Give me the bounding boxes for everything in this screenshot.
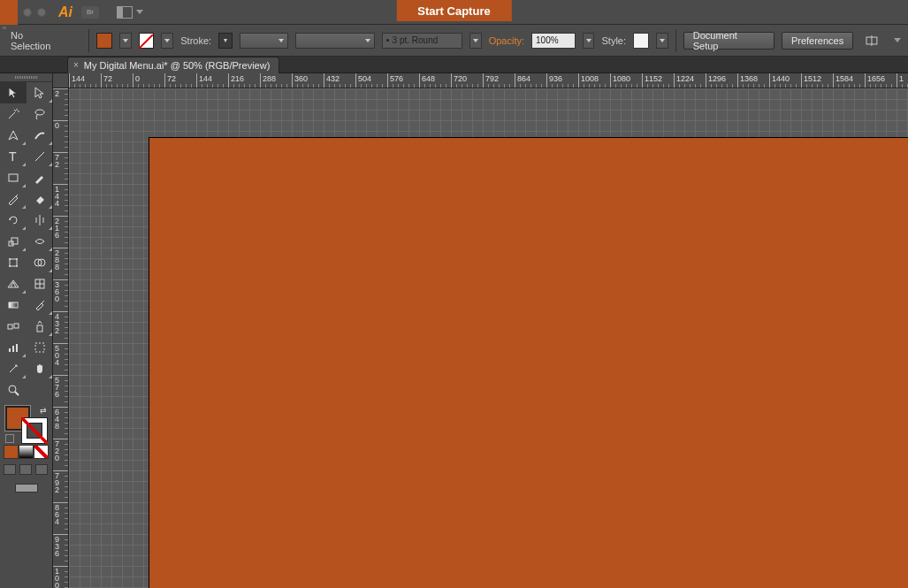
style-dropdown-icon[interactable] [656,33,668,49]
fill-stroke-indicator[interactable]: ⇄ [4,406,49,443]
svg-point-11 [9,265,11,267]
color-mode-none[interactable] [34,445,49,459]
blob-brush-tool[interactable] [27,125,53,146]
color-mode-gradient[interactable] [19,445,34,459]
pencil-tool[interactable] [0,188,27,210]
eraser-tool[interactable] [27,188,53,210]
graphic-style-swatch[interactable] [633,33,649,49]
align-icon[interactable] [866,34,883,47]
brush-label: 3 pt. Round [393,35,439,45]
svg-point-9 [9,258,11,260]
direct-selection-tool[interactable] [27,82,53,103]
eyedropper-tool[interactable] [27,294,53,316]
collapse-toggle-icon[interactable]: ‹‹ [0,25,9,32]
svg-point-10 [16,258,18,260]
tools-panel: T ⇄ [0,73,53,588]
fill-swatch[interactable] [96,33,112,49]
svg-rect-25 [35,343,44,352]
magic-wand-tool[interactable] [0,103,27,125]
rectangle-tool[interactable] [0,167,27,188]
swap-fill-stroke-icon[interactable]: ⇄ [40,406,47,415]
slice-tool[interactable] [0,358,27,379]
perspective-grid-tool[interactable] [0,273,27,294]
workspace-layout-icon[interactable] [117,6,133,19]
opacity-label[interactable]: Opacity: [489,35,524,46]
width-tool[interactable] [27,231,53,252]
window-dot[interactable] [23,8,32,17]
column-graph-tool[interactable] [0,337,27,358]
opacity-input[interactable]: 100% [531,33,576,49]
pen-tool[interactable] [0,125,27,146]
gradient-tool[interactable] [0,294,27,316]
svg-text:T: T [9,149,17,164]
bridge-icon[interactable]: Br [81,6,99,19]
lasso-tool[interactable] [27,103,53,125]
document-tab-title: My Digital Menu.ai* @ 50% (RGB/Preview) [84,60,270,71]
opacity-dropdown-icon[interactable] [583,33,595,49]
brush-definition-dropdown[interactable]: 3 pt. Round [382,33,462,49]
symbol-sprayer-tool[interactable] [27,316,53,337]
stroke-dropdown-icon[interactable] [161,33,173,49]
free-transform-tool[interactable] [0,252,27,273]
color-mode-solid[interactable] [4,445,19,459]
draw-normal-icon[interactable] [4,464,16,475]
align-dropdown-icon[interactable] [894,38,901,42]
artboard[interactable] [149,137,908,588]
zoom-tool[interactable] [0,379,27,401]
type-tool[interactable]: T [0,146,27,167]
svg-rect-19 [8,325,12,329]
ruler-origin-corner[interactable] [53,73,69,88]
draw-behind-icon[interactable] [19,464,32,475]
shape-builder-tool[interactable] [27,252,53,273]
paintbrush-tool[interactable] [27,167,53,188]
svg-rect-18 [9,302,18,308]
mesh-tool[interactable] [27,273,53,294]
scale-tool[interactable] [0,231,27,252]
variable-width-dropdown[interactable] [295,33,374,49]
divider [675,29,676,52]
control-bar: No Selection Stroke: ▾ 3 pt. Round Opaci… [0,25,908,57]
stroke-color-box[interactable] [22,418,47,443]
vertical-ruler[interactable]: 2072144216288360432504576648720792864936… [53,88,69,588]
color-mode-row [4,445,49,459]
start-capture-button[interactable]: Start Capture [396,0,511,21]
brush-dropdown-icon[interactable] [469,33,482,49]
hand-tool[interactable] [27,358,53,379]
document-setup-button[interactable]: Document Setup [683,32,774,50]
reflect-tool[interactable] [27,210,53,231]
draw-mode-row [4,464,49,475]
stroke-swatch[interactable] [139,33,155,49]
stroke-label: Stroke: [180,35,211,46]
rotate-tool[interactable] [0,210,27,231]
workspace-dropdown-icon[interactable] [136,10,143,14]
preferences-button[interactable]: Preferences [782,32,853,50]
svg-rect-23 [12,346,14,352]
blend-tool[interactable] [0,316,27,337]
screen-mode-icon[interactable] [15,484,38,493]
window-dot[interactable] [37,8,46,17]
svg-point-12 [16,265,18,267]
horizontal-ruler[interactable]: 1447207214421628836043250457664872079286… [69,73,908,88]
tool-grid: T [0,82,52,401]
window-controls[interactable] [23,8,46,17]
svg-rect-8 [10,259,17,266]
divider [88,29,89,52]
svg-rect-24 [16,344,18,352]
panel-grip[interactable] [0,73,52,82]
fill-dropdown-icon[interactable] [119,33,132,49]
draw-inside-icon[interactable] [35,464,48,475]
stroke-weight-dropdown[interactable] [240,33,288,49]
line-tool[interactable] [27,146,53,167]
brush-dot-icon [386,39,389,42]
document-tab[interactable]: × My Digital Menu.ai* @ 50% (RGB/Preview… [67,57,279,73]
selection-tool[interactable] [0,82,27,103]
svg-rect-5 [9,174,18,181]
default-fill-stroke-icon[interactable] [5,434,14,443]
stroke-weight-stepper[interactable]: ▾ [218,33,233,49]
style-label: Style: [601,35,626,46]
main-area: T ⇄ [0,73,908,588]
artboard-tool[interactable] [27,337,53,358]
canvas-viewport[interactable] [69,88,908,588]
svg-line-4 [35,152,44,161]
close-tab-icon[interactable]: × [73,60,79,70]
